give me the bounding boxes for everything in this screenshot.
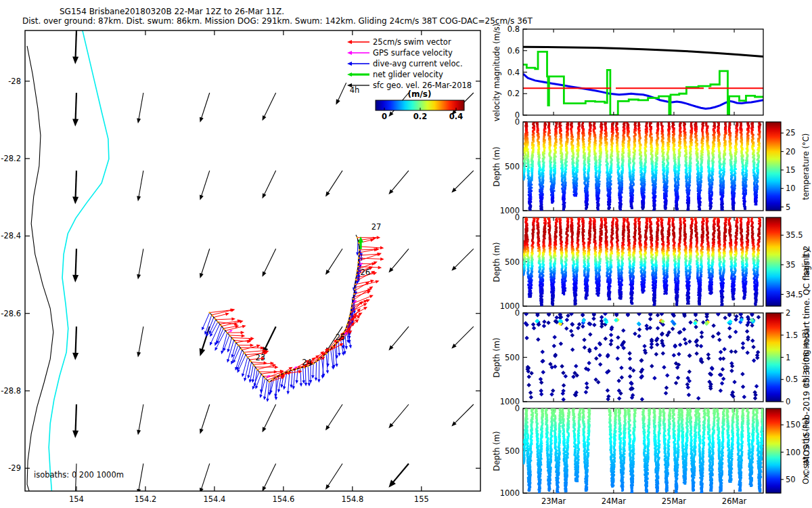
salinity-colorbar <box>766 217 784 306</box>
date-tick-label: 23Mar <box>541 497 566 506</box>
map-x-tick-label: 154.8 <box>341 495 363 504</box>
oxygen-colorbar-tick: 100 <box>786 448 800 457</box>
chla-colorbar-tick: 0 <box>786 398 790 406</box>
oxygen-scatter-canvas <box>523 408 763 493</box>
track-day-label: 25 <box>336 333 346 342</box>
velocity-panel <box>523 47 763 115</box>
salinity-colorbar-tick: 35 <box>786 261 796 270</box>
oxygen-depth-axis-title: Depth (m) <box>493 431 501 471</box>
oxygen-colorbar-tick: 150 <box>786 421 800 429</box>
gps-velocity-arrows <box>227 263 363 379</box>
velocity-series-net-glider-velocity <box>523 51 763 115</box>
velocity-y-tick: 0.4 <box>508 68 520 77</box>
track-day-label: 23 <box>255 354 265 362</box>
salinity-depth-tick: 500 <box>505 257 520 266</box>
salinity-colorbar-tick: 35.5 <box>786 231 803 240</box>
temperature-colorbar-title: temperature (°C) <box>802 133 811 200</box>
temperature-colorbar-tick: 10 <box>786 184 796 193</box>
legend-entry-label: sfc geo. vel. 26-Mar-2018 <box>373 81 472 90</box>
legend-entry-label: dive-avg current veloc. <box>373 60 463 68</box>
date-tick-label: 25Mar <box>662 497 686 506</box>
legend-colorbar-tick: 0 <box>382 112 387 121</box>
temperature-scatter-canvas <box>523 122 763 211</box>
date-tick-label: 24Mar <box>602 497 626 506</box>
chla-colorbar-tick: 1.5 <box>786 331 798 339</box>
temperature-colorbar-tick: 20 <box>786 147 796 156</box>
map-x-tick-label: 154.4 <box>203 495 225 504</box>
date-tick-label: 26Mar <box>722 497 746 506</box>
temperature-depth-axis-title: Depth (m) <box>493 146 501 186</box>
legend-colorbar-tick: 0.4 <box>449 112 463 121</box>
scale-arrow-label: 4h <box>350 86 360 95</box>
oxygen-depth-tick: 0 <box>515 404 520 413</box>
chla-depth-tick: 500 <box>505 353 520 362</box>
temperature-colorbar <box>766 122 784 211</box>
velocity-axis-title: velocity magnitude (m/s) <box>493 23 501 121</box>
map-y-tick-label: -28.8 <box>1 387 21 396</box>
chla-colorbar-tick: 0.5 <box>786 375 798 384</box>
glider-mission-figure: { "header": { "title": "SG154 Brisbane20… <box>0 0 812 508</box>
chla-scatter-canvas <box>523 313 763 402</box>
map-x-tick-label: 154.6 <box>272 495 294 504</box>
temperature-depth-tick: 500 <box>505 162 520 171</box>
salinity-scatter-canvas <box>523 217 763 306</box>
map-panel <box>27 28 474 498</box>
map-y-tick-label: -29 <box>8 464 21 473</box>
velocity-y-tick: 0.2 <box>508 89 520 98</box>
oxygen-depth-tick: 1000 <box>500 489 520 498</box>
isobaths-note: isobaths: 0 200 1000m <box>34 471 124 480</box>
track-day-label: 27 <box>371 223 382 232</box>
legend-entry-label: GPS surface velocity <box>373 49 453 58</box>
map-y-tick-label: -28.6 <box>1 309 21 318</box>
temperature-depth-tick: 0 <box>515 118 520 127</box>
salinity-depth-tick: 0 <box>515 213 520 222</box>
isobath-contours <box>27 28 109 495</box>
chla-colorbar-tick: 1 <box>786 353 790 362</box>
legend-colorbar-tick: 0.2 <box>413 112 427 121</box>
velocity-y-tick: 0.8 <box>508 25 520 34</box>
map-y-tick-label: -28 <box>8 77 21 86</box>
chla-depth-axis-title: Depth (m) <box>493 337 501 377</box>
scale-arrow <box>336 83 346 105</box>
map-x-tick-label: 154 <box>69 495 84 504</box>
velocity-y-tick: 0.6 <box>508 46 520 55</box>
temperature-colorbar-tick: 25 <box>786 129 796 137</box>
imos-watermark: © IMOS 15-Feb-2019 05:39:06 Hobart time.… <box>803 246 811 477</box>
map-frame <box>25 30 480 491</box>
track-day-label: 24 <box>302 358 312 367</box>
chla-colorbar-tick: 2 <box>786 309 790 318</box>
chla-depth-tick: 0 <box>515 309 520 318</box>
legend-entry-label: 25cm/s swim vector <box>373 38 451 47</box>
chla-colorbar <box>766 313 784 402</box>
temperature-colorbar-tick: 5 <box>786 203 790 211</box>
map-x-tick-label: 154.2 <box>134 495 156 504</box>
map-x-tick-label: 155 <box>414 495 429 504</box>
oxygen-depth-tick: 500 <box>505 446 520 455</box>
track-day-label: 26 <box>360 268 370 276</box>
legend-colorbar-title: (m/s) <box>408 90 432 99</box>
salinity-depth-axis-title: Depth (m) <box>493 242 501 282</box>
map-y-tick-label: -28.2 <box>1 154 21 163</box>
salinity-colorbar-tick: 34.5 <box>786 290 803 299</box>
legend-entry-label: net glider velocity <box>373 70 443 79</box>
map-y-tick-label: -28.4 <box>1 232 21 240</box>
oxygen-colorbar-tick: 50 <box>786 475 796 484</box>
velocity-series-sfc-geo-vel- <box>523 47 763 56</box>
temperature-colorbar-tick: 15 <box>786 166 796 175</box>
oxygen-colorbar <box>766 408 784 493</box>
